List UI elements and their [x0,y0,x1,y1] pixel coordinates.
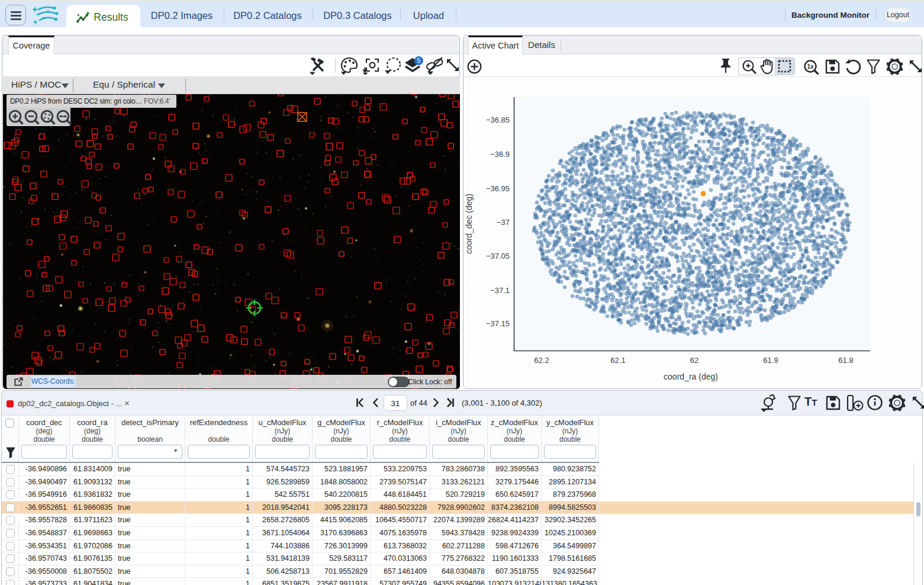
svg-text:1x: 1x [807,63,814,70]
